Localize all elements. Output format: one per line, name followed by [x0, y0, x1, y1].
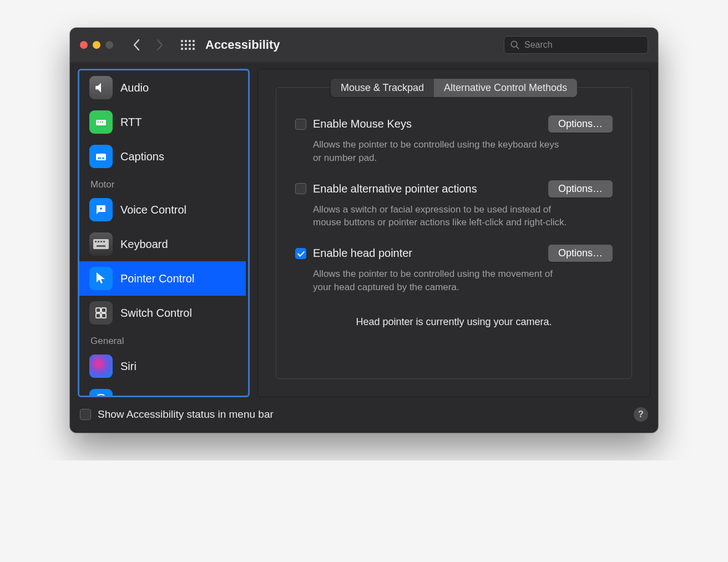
camera-status-text: Head pointer is currently using your cam… [295, 316, 613, 328]
svg-rect-8 [102, 158, 104, 159]
category-header-motor: Motor [79, 174, 246, 193]
option-mouse-keys: Enable Mouse Keys Options… Allows the po… [295, 115, 613, 165]
sidebar-item-rtt[interactable]: RTT [79, 105, 246, 139]
sidebar-item-label: Captions [120, 150, 164, 163]
search-field[interactable] [504, 36, 648, 54]
close-button[interactable] [80, 41, 88, 49]
voice-control-icon [89, 198, 113, 221]
search-input[interactable] [524, 40, 642, 50]
option-label: Enable Mouse Keys [313, 118, 542, 130]
svg-point-9 [100, 207, 102, 210]
zoom-button [105, 41, 113, 49]
pointer-icon [89, 267, 113, 290]
option-description: Allows the pointer to be controlled usin… [313, 267, 568, 294]
svg-rect-16 [96, 308, 100, 312]
sidebar-item-label: Switch Control [120, 307, 192, 320]
checkbox-mouse-keys[interactable] [295, 119, 306, 130]
sidebar-item-label: Voice Control [120, 204, 186, 216]
titlebar: Accessibility [70, 28, 658, 62]
footer: Show Accessibility status in menu bar ? [70, 397, 658, 433]
option-alt-pointer-actions: Enable alternative pointer actions Optio… [295, 180, 613, 230]
sidebar-item-shortcut[interactable]: Shortcut [79, 383, 246, 396]
svg-rect-3 [98, 121, 99, 123]
main-panel: Mouse & Trackpad Alternative Control Met… [257, 69, 650, 397]
svg-rect-4 [100, 121, 101, 123]
svg-rect-10 [93, 239, 109, 249]
window-title: Accessibility [205, 38, 280, 52]
tab-mouse-trackpad[interactable]: Mouse & Trackpad [331, 79, 434, 97]
sidebar-item-captions[interactable]: Captions [79, 139, 246, 174]
option-description: Allows a switch or facial expression to … [313, 203, 568, 230]
sidebar-item-switch-control[interactable]: Switch Control [79, 296, 246, 330]
switch-control-icon [89, 301, 113, 325]
option-label: Enable head pointer [313, 247, 542, 260]
rtt-icon [89, 110, 113, 134]
sidebar-item-label: Audio [120, 82, 149, 94]
show-all-button[interactable] [180, 37, 195, 53]
checkbox-head-pointer[interactable] [295, 248, 306, 259]
svg-rect-17 [102, 308, 106, 312]
tab-alternative-control[interactable]: Alternative Control Methods [434, 79, 577, 97]
preferences-window: Accessibility Audio RTT [70, 28, 658, 433]
svg-line-1 [516, 46, 519, 49]
option-description: Allows the pointer to be controlled usin… [313, 138, 568, 165]
back-button[interactable] [129, 37, 144, 53]
svg-rect-13 [100, 241, 102, 242]
siri-icon [89, 355, 113, 378]
svg-rect-6 [96, 154, 106, 160]
svg-rect-14 [103, 241, 105, 242]
svg-point-20 [95, 394, 107, 396]
svg-rect-5 [102, 121, 103, 123]
svg-rect-18 [96, 313, 100, 318]
sidebar-list[interactable]: Audio RTT Captions Motor [79, 70, 248, 396]
svg-rect-12 [98, 241, 99, 242]
category-header-general: General [79, 330, 246, 349]
checkbox-alt-pointer[interactable] [295, 183, 306, 194]
sidebar-item-keyboard[interactable]: Keyboard [79, 227, 246, 261]
svg-rect-15 [97, 245, 105, 247]
sidebar-item-label: Shortcut [120, 394, 161, 396]
accessibility-shortcut-icon [89, 389, 113, 396]
option-head-pointer: Enable head pointer Options… Allows the … [295, 245, 613, 294]
content-area: Audio RTT Captions Motor [70, 62, 658, 397]
options-panel: Mouse & Trackpad Alternative Control Met… [276, 87, 632, 379]
chevron-right-icon [156, 39, 164, 51]
options-button-alt-pointer[interactable]: Options… [548, 180, 613, 198]
search-icon [510, 40, 520, 50]
minimize-button[interactable] [93, 41, 100, 49]
sidebar-item-label: Siri [120, 360, 136, 373]
svg-rect-7 [98, 158, 101, 159]
forward-button [152, 37, 168, 53]
sidebar-item-label: Pointer Control [120, 272, 194, 285]
sidebar-item-pointer-control[interactable]: Pointer Control [79, 261, 246, 296]
footer-checkbox-label: Show Accessibility status in menu bar [98, 408, 274, 421]
help-button[interactable]: ? [634, 407, 648, 422]
chevron-left-icon [133, 39, 140, 51]
keyboard-icon [89, 232, 113, 256]
svg-rect-11 [95, 241, 97, 242]
options-button-mouse-keys[interactable]: Options… [548, 115, 613, 133]
svg-rect-19 [102, 313, 106, 318]
sidebar-item-audio[interactable]: Audio [79, 70, 246, 105]
option-label: Enable alternative pointer actions [313, 183, 542, 195]
sidebar: Audio RTT Captions Motor [78, 69, 250, 397]
sidebar-item-label: RTT [120, 116, 142, 129]
options-button-head-pointer[interactable]: Options… [548, 245, 613, 262]
sidebar-item-voice-control[interactable]: Voice Control [79, 193, 246, 227]
checkbox-menubar-status[interactable] [80, 409, 91, 420]
sidebar-item-siri[interactable]: Siri [79, 349, 246, 383]
window-controls [80, 41, 113, 49]
sidebar-item-label: Keyboard [120, 238, 168, 251]
tab-bar: Mouse & Trackpad Alternative Control Met… [331, 79, 577, 97]
captions-icon [89, 145, 113, 168]
speaker-icon [89, 76, 113, 99]
